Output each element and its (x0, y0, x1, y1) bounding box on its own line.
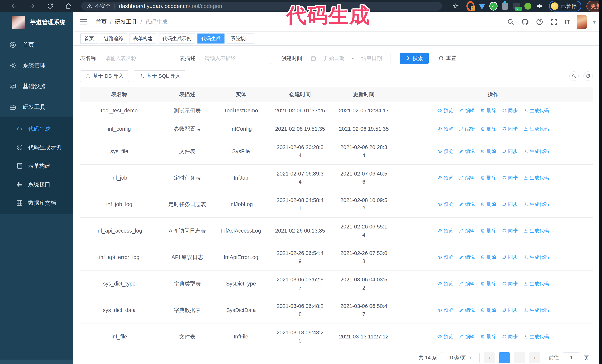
row-action-link[interactable]: 同步 (502, 280, 518, 288)
row-action-link[interactable]: 生成代码 (523, 333, 549, 341)
sidebar-item[interactable]: 基础设施 (0, 76, 73, 97)
row-action-link[interactable]: 删除 (480, 253, 496, 261)
row-action-link[interactable]: 预览 (437, 106, 453, 114)
row-action-link[interactable]: 编辑 (459, 200, 475, 208)
extension-puzzle-icon[interactable]: ✚ (535, 2, 543, 10)
table-desc-input[interactable] (200, 52, 271, 64)
row-action-link[interactable]: 同步 (502, 227, 518, 235)
row-action-link[interactable]: 预览 (437, 333, 453, 341)
brand-row[interactable]: 芋道管理系统 (0, 12, 73, 32)
sidebar-item[interactable]: 研发工具 (0, 97, 73, 117)
row-action-link[interactable]: 生成代码 (523, 200, 549, 208)
row-action-link[interactable]: 生成代码 (523, 253, 549, 261)
row-action-link[interactable]: 编辑 (459, 333, 475, 341)
row-action-link[interactable]: 同步 (502, 174, 518, 182)
row-action-link[interactable]: 删除 (480, 106, 496, 114)
search-icon[interactable] (507, 18, 515, 26)
collapse-sidebar-icon[interactable] (80, 19, 87, 24)
page-number-button[interactable] (514, 352, 525, 363)
row-action-link[interactable]: 编辑 (459, 174, 475, 182)
reset-button[interactable]: 重置 (433, 52, 462, 64)
extension-drop-icon[interactable] (501, 2, 509, 10)
extension-on-icon[interactable]: on (512, 2, 520, 10)
import-db-button[interactable]: 基于 DB 导入 (80, 70, 129, 82)
row-action-link[interactable]: 生成代码 (523, 147, 549, 155)
refresh-table-button[interactable] (583, 72, 593, 81)
breadcrumb-devtools[interactable]: 研发工具 (115, 18, 137, 26)
row-action-link[interactable]: 预览 (437, 280, 453, 288)
row-action-link[interactable]: 删除 (480, 125, 496, 133)
row-action-link[interactable]: 同步 (502, 200, 518, 208)
prev-page-button[interactable]: ‹ (484, 352, 495, 363)
page-tab[interactable]: 链路追踪 (100, 33, 127, 43)
row-action-link[interactable]: 删除 (480, 306, 496, 314)
sidebar-subitem[interactable]: 系统接口 (0, 175, 73, 194)
sidebar-item[interactable]: 系统管理 (0, 55, 73, 76)
avatar-caret-icon[interactable]: ▾ (593, 19, 596, 25)
page-tab[interactable]: 表单构建 (129, 33, 156, 43)
sidebar-subitem[interactable]: 代码生成示例 (0, 138, 73, 157)
row-action-link[interactable]: 同步 (502, 125, 518, 133)
page-number-button[interactable] (499, 352, 510, 363)
fullscreen-icon[interactable] (550, 18, 558, 26)
row-action-link[interactable]: 编辑 (459, 227, 475, 235)
date-range-picker[interactable]: 开始日期 - 结束日期 (307, 52, 390, 64)
sidebar-subitem[interactable]: 代码生成 (0, 120, 73, 138)
row-action-link[interactable]: 生成代码 (523, 306, 549, 314)
page-size-select[interactable]: 10条/页 ▾ (441, 352, 480, 363)
row-action-link[interactable]: 生成代码 (523, 227, 549, 235)
help-icon[interactable] (536, 18, 544, 26)
sidebar-collapse-bar[interactable] (0, 360, 73, 364)
row-action-link[interactable]: 生成代码 (523, 125, 549, 133)
row-action-link[interactable]: 删除 (480, 174, 496, 182)
row-action-link[interactable]: 预览 (437, 125, 453, 133)
avatar[interactable] (577, 15, 587, 29)
row-action-link[interactable]: 预览 (437, 253, 453, 261)
bookmark-star-icon[interactable]: ☆ (452, 2, 459, 10)
row-action-link[interactable]: 预览 (437, 147, 453, 155)
search-button[interactable]: 搜索 (400, 52, 429, 64)
sidebar-subitem[interactable]: 数据库文档 (0, 194, 73, 212)
row-action-link[interactable]: 预览 (437, 174, 453, 182)
extension-adblock-icon[interactable]: 1 (466, 2, 474, 10)
breadcrumb-home[interactable]: 首页 (96, 18, 107, 26)
paused-pill[interactable]: 已暂停 (549, 1, 581, 11)
table-name-input[interactable] (101, 52, 171, 64)
github-icon[interactable] (521, 18, 529, 26)
row-action-link[interactable]: 编辑 (459, 106, 475, 114)
row-action-link[interactable]: 同步 (502, 147, 518, 155)
row-action-link[interactable]: 生成代码 (523, 174, 549, 182)
row-action-link[interactable]: 删除 (480, 147, 496, 155)
goto-page-input[interactable] (563, 352, 580, 363)
browser-home-icon[interactable] (64, 2, 73, 10)
import-sql-button[interactable]: 基于 SQL 导入 (134, 70, 186, 82)
row-action-link[interactable]: 同步 (502, 333, 518, 341)
row-action-link[interactable]: 预览 (437, 200, 453, 208)
row-action-link[interactable]: 删除 (480, 200, 496, 208)
row-action-link[interactable]: 编辑 (459, 147, 475, 155)
address-bar[interactable]: 不安全 dashboard.yudao.iocoder.cn /tool/cod… (81, 2, 442, 10)
font-size-icon[interactable]: tT (564, 18, 570, 26)
extension-monkey-icon[interactable] (524, 2, 532, 10)
row-action-link[interactable]: 同步 (502, 106, 518, 114)
browser-reload-icon[interactable] (46, 2, 54, 10)
row-action-link[interactable]: 生成代码 (523, 106, 549, 114)
row-action-link[interactable]: 删除 (480, 227, 496, 235)
row-action-link[interactable]: 生成代码 (523, 280, 549, 288)
row-action-link[interactable]: 删除 (480, 333, 496, 341)
sidebar-item[interactable]: 首页 (0, 34, 73, 55)
row-action-link[interactable]: 编辑 (459, 280, 475, 288)
next-page-button[interactable]: › (529, 352, 540, 363)
row-action-link[interactable]: 编辑 (459, 253, 475, 261)
extension-check-icon[interactable]: ✓ (489, 2, 497, 10)
row-action-link[interactable]: 预览 (437, 227, 453, 235)
toggle-search-button[interactable] (570, 72, 579, 81)
sidebar-subitem[interactable]: 表单构建 (0, 157, 73, 175)
browser-back-icon[interactable] (10, 2, 18, 10)
row-action-link[interactable]: 同步 (502, 306, 518, 314)
row-action-link[interactable]: 删除 (480, 280, 496, 288)
row-action-link[interactable]: 编辑 (459, 306, 475, 314)
row-action-link[interactable]: 预览 (437, 306, 453, 314)
row-action-link[interactable]: 同步 (502, 253, 518, 261)
page-tab[interactable]: 首页 (80, 33, 98, 43)
